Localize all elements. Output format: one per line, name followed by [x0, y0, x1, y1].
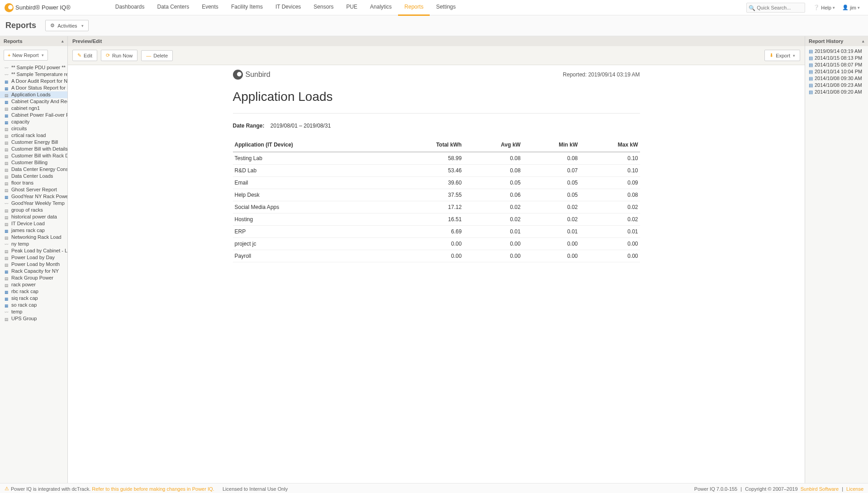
nav-analytics[interactable]: Analytics — [364, 0, 398, 16]
sidebar-item[interactable]: ▤Power Load by Day — [0, 254, 67, 261]
sidebar-item[interactable]: ▤Ghost Server Report — [0, 186, 67, 193]
document-icon: ▤ — [809, 89, 813, 95]
sidebar-item-label: Cabinet Power Fail-over Redundancy — [11, 112, 67, 118]
nav-it-devices[interactable]: IT Devices — [269, 0, 307, 16]
delete-button[interactable]: — Delete — [141, 50, 173, 61]
history-item[interactable]: ▤2014/10/08 09:23 AM — [805, 82, 868, 89]
sidebar-item[interactable]: ▤Customer Energy Bill — [0, 139, 67, 146]
chevron-down-icon: ▾ — [42, 53, 44, 57]
table-cell: 0.00 — [464, 238, 522, 250]
history-item[interactable]: ▤2014/10/14 10:04 PM — [805, 68, 868, 75]
table-body: Testing Lab58.990.080.080.10R&D Lab53.46… — [233, 152, 640, 262]
sidebar-item[interactable]: ▦Rack Capacity for NY — [0, 268, 67, 275]
sidebar-header: Reports ▴ — [0, 36, 67, 46]
export-button[interactable]: ⬇ Export ▾ — [764, 50, 800, 61]
sidebar-item[interactable]: ▦siq rack cap — [0, 295, 67, 302]
search-icon: 🔍 — [749, 5, 754, 10]
sidebar-item[interactable]: ▤Power Load by Month — [0, 261, 67, 268]
report-top: Sunbird Reported: 2019/09/14 03:19 AM — [233, 65, 640, 84]
sidebar-item-label: cabinet ngn1 — [11, 105, 40, 111]
collapse-icon[interactable]: ▴ — [862, 39, 864, 43]
nav-events[interactable]: Events — [195, 0, 225, 16]
history-item[interactable]: ▤2019/09/14 03:19 AM — [805, 48, 868, 55]
chevron-down-icon: ▾ — [833, 5, 835, 10]
sidebar-item[interactable]: ▦Cabinet Capacity And Redundancy — [0, 98, 67, 105]
nav-settings[interactable]: Settings — [430, 0, 462, 16]
brand-logo[interactable]: Sunbird® Power IQ® — [5, 3, 77, 12]
table-row: Social Media Apps17.120.020.020.02 — [233, 201, 640, 213]
sidebar-item-label: Power Load by Month — [11, 261, 60, 267]
sidebar-item[interactable]: ▤circuits — [0, 125, 67, 132]
sidebar-item[interactable]: ▤group of racks — [0, 207, 67, 213]
sidebar-item[interactable]: ▦GoodYear NY Rack Power Cap — [0, 193, 67, 200]
run-now-button[interactable]: ⟳ Run Now — [101, 50, 138, 61]
sidebar-item[interactable]: 〰** Sample PDU power ** — [0, 64, 67, 71]
document-icon: ▤ — [809, 62, 813, 68]
sidebar-item[interactable]: ▤Data Center Loads — [0, 173, 67, 180]
sidebar-item[interactable]: ▤Rack Group Power — [0, 275, 67, 281]
sidebar-item[interactable]: ▤Application Loads — [0, 91, 67, 98]
sidebar-item[interactable]: ▦A Door Audit Report for NY — [0, 78, 67, 85]
collapse-icon[interactable]: ▴ — [62, 39, 64, 43]
sidebar-item[interactable]: 〰ny temp — [0, 241, 67, 247]
sidebar-item[interactable]: ▤historical power data — [0, 213, 67, 220]
history-item[interactable]: ▤2014/10/15 08:07 PM — [805, 62, 868, 68]
reports-tree[interactable]: 〰** Sample PDU power **〰** Sample Temper… — [0, 64, 67, 483]
sidebar-item[interactable]: ▤rack power — [0, 281, 67, 288]
copyright-text: Copyright © 2007–2019 — [745, 486, 797, 492]
sidebar-item[interactable]: ▤crtical rack load — [0, 132, 67, 139]
sidebar-item[interactable]: ▦A Door Status Report for NY — [0, 85, 67, 91]
sidebar-item-label: capacity — [11, 119, 29, 125]
nav-data-centers[interactable]: Data Centers — [151, 0, 195, 16]
download-icon: ⬇ — [769, 52, 773, 58]
sidebar-item[interactable]: 〰temp — [0, 308, 67, 315]
user-menu[interactable]: 👤 jim ▾ — [839, 5, 863, 10]
sidebar-item[interactable]: ▤Customer Billing — [0, 159, 67, 166]
nav-dashboards[interactable]: Dashboards — [109, 0, 151, 16]
report-type-icon: ▦ — [5, 289, 10, 294]
report-type-icon: ▤ — [5, 154, 10, 158]
license-link[interactable]: License — [846, 486, 863, 492]
company-link[interactable]: Sunbird Software — [801, 486, 839, 492]
col-header: Avg kW — [464, 138, 522, 152]
sidebar-item[interactable]: ▤cabinet ngn1 — [0, 105, 67, 112]
preview-header: Preview/Edit — [68, 36, 805, 46]
sidebar-item[interactable]: ▦Cabinet Power Fail-over Redundancy — [0, 112, 67, 119]
sidebar-item[interactable]: ▤UPS Group — [0, 315, 67, 322]
help-label: Help — [821, 5, 831, 10]
sidebar-item[interactable]: ▦rbc rack cap — [0, 288, 67, 295]
history-item[interactable]: ▤2014/10/08 09:20 AM — [805, 89, 868, 95]
user-menu-wrap: ❔ Help ▾ 👤 jim ▾ — [810, 5, 863, 10]
nav-pue[interactable]: PUE — [340, 0, 364, 16]
report-type-icon: ▦ — [5, 296, 10, 301]
nav-sensors[interactable]: Sensors — [307, 0, 340, 16]
activities-button[interactable]: ⚙ Activities ▾ — [45, 20, 89, 31]
report-type-icon: ▤ — [5, 235, 10, 240]
report-type-icon: 〰 — [5, 72, 10, 77]
sidebar-item[interactable]: 〰GoodYear Weekly Temp — [0, 200, 67, 207]
preview-toolbar: ✎ Edit ⟳ Run Now — Delete ⬇ Export ▾ — [68, 46, 805, 65]
sidebar-item[interactable]: ▤Data Center Energy Consumption — [0, 166, 67, 173]
sidebar-item[interactable]: ▤Customer Bill with Details — [0, 146, 67, 152]
sidebar-item-label: Rack Group Power — [11, 275, 53, 281]
new-report-button[interactable]: + New Report ▾ — [4, 50, 48, 61]
sidebar-item[interactable]: ▤floor trans — [0, 180, 67, 186]
nav-reports[interactable]: Reports — [398, 0, 430, 16]
sidebar-item[interactable]: ▦james rack cap — [0, 227, 67, 234]
export-label: Export — [776, 53, 790, 58]
guide-link[interactable]: Refer to this guide before making change… — [92, 486, 214, 492]
sidebar-item[interactable]: 〰** Sample Temperature report ** — [0, 71, 67, 78]
table-row: R&D Lab53.460.080.070.10 — [233, 165, 640, 177]
sidebar-item[interactable]: ▤Customer Bill with Rack Details — [0, 152, 67, 159]
sidebar-item[interactable]: ▤Peak Load by Cabinet - Last 30 Days — [0, 247, 67, 254]
sidebar-item[interactable]: ▦so rack cap — [0, 302, 67, 308]
help-menu[interactable]: ❔ Help ▾ — [810, 5, 839, 10]
history-item[interactable]: ▤2014/10/08 09:30 AM — [805, 75, 868, 82]
sidebar-item[interactable]: ▤Networking Rack Load — [0, 234, 67, 241]
sidebar-item[interactable]: ▦capacity — [0, 119, 67, 125]
nav-facility-items[interactable]: Facility Items — [225, 0, 269, 16]
history-item[interactable]: ▤2014/10/15 08:13 PM — [805, 55, 868, 62]
edit-button[interactable]: ✎ Edit — [72, 50, 97, 61]
report-type-icon: ▤ — [5, 127, 10, 131]
sidebar-item[interactable]: ▤IT Device Load — [0, 220, 67, 227]
